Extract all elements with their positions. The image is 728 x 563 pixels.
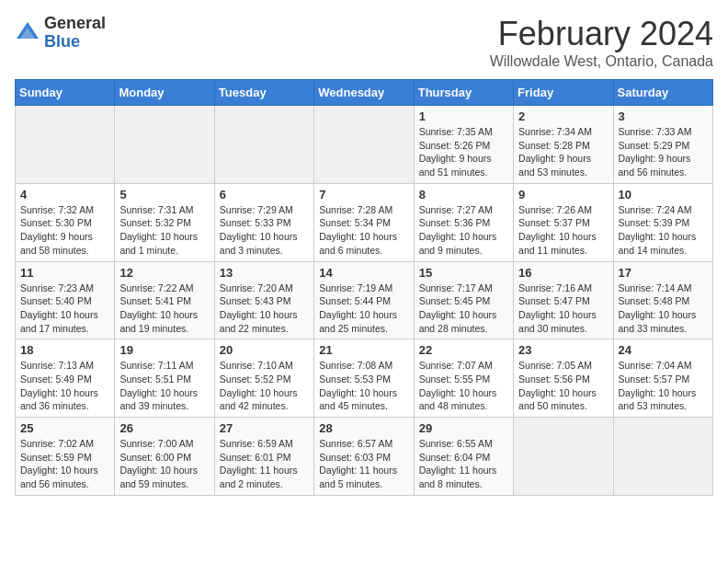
calendar-cell: 21Sunrise: 7:08 AM Sunset: 5:53 PM Dayli… [314, 339, 414, 418]
day-number: 29 [419, 421, 508, 435]
calendar-cell: 29Sunrise: 6:55 AM Sunset: 6:04 PM Dayli… [414, 418, 513, 496]
calendar-cell: 15Sunrise: 7:17 AM Sunset: 5:45 PM Dayli… [414, 261, 513, 339]
title-area: February 2024 Willowdale West, Ontario, … [490, 15, 713, 70]
day-number: 22 [419, 343, 508, 357]
calendar-cell: 14Sunrise: 7:19 AM Sunset: 5:44 PM Dayli… [314, 261, 414, 339]
day-number: 25 [20, 421, 109, 435]
main-title: February 2024 [490, 15, 713, 53]
calendar-cell [613, 418, 712, 496]
day-number: 27 [220, 421, 309, 435]
header-tuesday: Tuesday [214, 80, 313, 106]
day-info: Sunrise: 7:34 AM Sunset: 5:28 PM Dayligh… [518, 125, 608, 179]
calendar-cell: 16Sunrise: 7:16 AM Sunset: 5:47 PM Dayli… [514, 261, 613, 339]
day-number: 18 [20, 343, 109, 357]
day-info: Sunrise: 7:13 AM Sunset: 5:49 PM Dayligh… [20, 359, 109, 413]
day-number: 1 [419, 109, 508, 123]
day-number: 15 [419, 266, 508, 280]
day-info: Sunrise: 6:59 AM Sunset: 6:01 PM Dayligh… [220, 437, 309, 491]
calendar-cell: 19Sunrise: 7:11 AM Sunset: 5:51 PM Dayli… [115, 339, 214, 418]
logo-icon [15, 20, 40, 46]
week-row-5: 25Sunrise: 7:02 AM Sunset: 5:59 PM Dayli… [16, 418, 713, 496]
day-info: Sunrise: 7:19 AM Sunset: 5:44 PM Dayligh… [319, 282, 408, 336]
day-number: 17 [619, 266, 708, 280]
header-friday: Friday [514, 80, 613, 106]
day-info: Sunrise: 7:31 AM Sunset: 5:32 PM Dayligh… [119, 203, 209, 258]
day-number: 14 [319, 266, 408, 280]
header: General Blue February 2024 Willowdale We… [15, 15, 713, 70]
calendar-cell: 4Sunrise: 7:32 AM Sunset: 5:30 PM Daylig… [16, 183, 115, 261]
day-number: 2 [518, 109, 608, 123]
calendar-cell: 3Sunrise: 7:33 AM Sunset: 5:29 PM Daylig… [613, 106, 712, 184]
day-number: 13 [220, 266, 309, 280]
day-info: Sunrise: 7:24 AM Sunset: 5:39 PM Dayligh… [619, 203, 708, 258]
day-info: Sunrise: 7:08 AM Sunset: 5:53 PM Dayligh… [319, 359, 408, 413]
calendar-cell: 9Sunrise: 7:26 AM Sunset: 5:37 PM Daylig… [514, 183, 613, 261]
day-number: 9 [518, 188, 608, 201]
calendar-cell: 23Sunrise: 7:05 AM Sunset: 5:56 PM Dayli… [514, 339, 613, 418]
calendar-cell: 22Sunrise: 7:07 AM Sunset: 5:55 PM Dayli… [414, 339, 513, 418]
day-number: 3 [619, 109, 708, 123]
day-number: 4 [20, 188, 109, 201]
day-number: 12 [119, 266, 209, 280]
calendar-cell: 27Sunrise: 6:59 AM Sunset: 6:01 PM Dayli… [214, 418, 313, 496]
header-monday: Monday [115, 80, 214, 106]
calendar-cell: 7Sunrise: 7:28 AM Sunset: 5:34 PM Daylig… [314, 183, 414, 261]
day-number: 23 [518, 343, 608, 357]
calendar-table: SundayMondayTuesdayWednesdayThursdayFrid… [15, 79, 713, 496]
day-number: 7 [319, 188, 408, 201]
day-info: Sunrise: 6:55 AM Sunset: 6:04 PM Dayligh… [419, 437, 508, 491]
day-info: Sunrise: 7:29 AM Sunset: 5:33 PM Dayligh… [220, 203, 309, 258]
calendar-cell [214, 106, 313, 184]
day-info: Sunrise: 7:26 AM Sunset: 5:37 PM Dayligh… [518, 203, 608, 258]
day-info: Sunrise: 7:23 AM Sunset: 5:40 PM Dayligh… [20, 282, 109, 336]
day-number: 19 [119, 343, 209, 357]
day-number: 28 [319, 421, 408, 435]
day-info: Sunrise: 7:10 AM Sunset: 5:52 PM Dayligh… [220, 359, 309, 413]
week-row-3: 11Sunrise: 7:23 AM Sunset: 5:40 PM Dayli… [16, 261, 713, 339]
calendar-cell [314, 106, 414, 184]
calendar-cell: 11Sunrise: 7:23 AM Sunset: 5:40 PM Dayli… [16, 261, 115, 339]
day-number: 6 [220, 188, 309, 201]
calendar-cell: 10Sunrise: 7:24 AM Sunset: 5:39 PM Dayli… [613, 183, 712, 261]
calendar-cell: 12Sunrise: 7:22 AM Sunset: 5:41 PM Dayli… [115, 261, 214, 339]
day-number: 24 [619, 343, 708, 357]
day-info: Sunrise: 7:20 AM Sunset: 5:43 PM Dayligh… [220, 282, 309, 336]
calendar-cell: 5Sunrise: 7:31 AM Sunset: 5:32 PM Daylig… [115, 183, 214, 261]
day-info: Sunrise: 7:05 AM Sunset: 5:56 PM Dayligh… [518, 359, 608, 413]
calendar-cell: 2Sunrise: 7:34 AM Sunset: 5:28 PM Daylig… [514, 106, 613, 184]
day-number: 21 [319, 343, 408, 357]
day-info: Sunrise: 7:14 AM Sunset: 5:48 PM Dayligh… [619, 282, 708, 336]
logo-blue-text: Blue [44, 32, 80, 51]
header-thursday: Thursday [414, 80, 513, 106]
calendar-cell [16, 106, 115, 184]
calendar-cell: 1Sunrise: 7:35 AM Sunset: 5:26 PM Daylig… [414, 106, 513, 184]
calendar-cell: 20Sunrise: 7:10 AM Sunset: 5:52 PM Dayli… [214, 339, 313, 418]
day-number: 11 [20, 266, 109, 280]
calendar-cell: 24Sunrise: 7:04 AM Sunset: 5:57 PM Dayli… [613, 339, 712, 418]
calendar-cell: 26Sunrise: 7:00 AM Sunset: 6:00 PM Dayli… [115, 418, 214, 496]
calendar-cell: 8Sunrise: 7:27 AM Sunset: 5:36 PM Daylig… [414, 183, 513, 261]
calendar-cell: 28Sunrise: 6:57 AM Sunset: 6:03 PM Dayli… [314, 418, 414, 496]
day-number: 8 [419, 188, 508, 201]
calendar-cell [514, 418, 613, 496]
calendar-cell: 25Sunrise: 7:02 AM Sunset: 5:59 PM Dayli… [16, 418, 115, 496]
day-info: Sunrise: 7:16 AM Sunset: 5:47 PM Dayligh… [518, 282, 608, 336]
day-number: 26 [119, 421, 209, 435]
calendar-cell: 6Sunrise: 7:29 AM Sunset: 5:33 PM Daylig… [214, 183, 313, 261]
calendar-cell: 18Sunrise: 7:13 AM Sunset: 5:49 PM Dayli… [16, 339, 115, 418]
day-info: Sunrise: 7:17 AM Sunset: 5:45 PM Dayligh… [419, 282, 508, 336]
day-info: Sunrise: 7:07 AM Sunset: 5:55 PM Dayligh… [419, 359, 508, 413]
day-info: Sunrise: 7:00 AM Sunset: 6:00 PM Dayligh… [119, 437, 209, 491]
header-sunday: Sunday [16, 80, 115, 106]
day-number: 5 [119, 188, 209, 201]
header-saturday: Saturday [613, 80, 712, 106]
calendar-cell [115, 106, 214, 184]
calendar-header-row: SundayMondayTuesdayWednesdayThursdayFrid… [16, 80, 713, 106]
day-info: Sunrise: 6:57 AM Sunset: 6:03 PM Dayligh… [319, 437, 408, 491]
day-number: 10 [619, 188, 708, 201]
logo: General Blue [15, 15, 106, 52]
day-info: Sunrise: 7:11 AM Sunset: 5:51 PM Dayligh… [119, 359, 209, 413]
day-number: 20 [220, 343, 309, 357]
calendar-cell: 13Sunrise: 7:20 AM Sunset: 5:43 PM Dayli… [214, 261, 313, 339]
week-row-2: 4Sunrise: 7:32 AM Sunset: 5:30 PM Daylig… [16, 183, 713, 261]
